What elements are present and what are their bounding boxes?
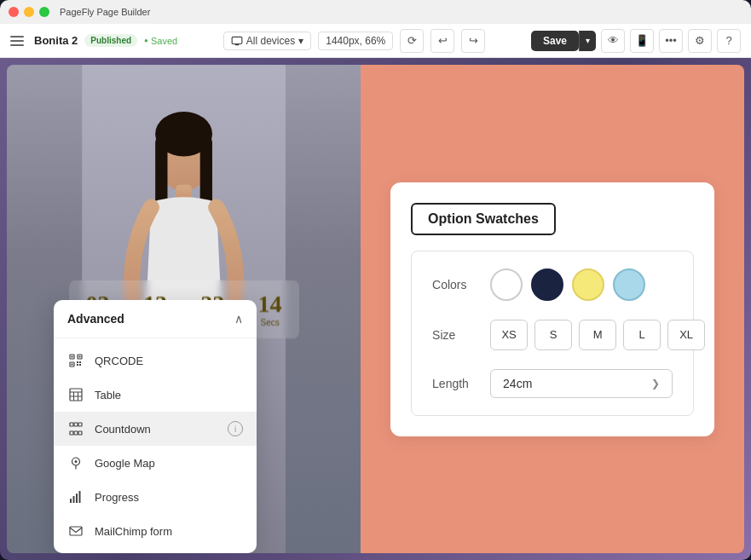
save-dropdown-button[interactable]: ▾	[579, 31, 596, 51]
redo-icon[interactable]: ↪	[461, 29, 485, 53]
size-xs[interactable]: XS	[490, 320, 528, 350]
page-right-panel: Option Swatches Colors	[361, 65, 744, 553]
mobile-icon[interactable]: 📱	[630, 29, 654, 53]
google-map-label: Google Map	[95, 457, 243, 470]
save-group: Save ▾	[531, 31, 596, 51]
svg-rect-32	[76, 494, 78, 503]
size-s[interactable]: S	[534, 320, 572, 350]
advanced-item-mailchimp[interactable]: MailChimp form	[54, 514, 257, 548]
countdown-item-label: Countdown	[95, 423, 217, 436]
table-label: Table	[95, 389, 243, 401]
qrcode-label: QRCODE	[95, 355, 243, 367]
colors-label: Colors	[432, 278, 477, 292]
color-swatch-yellow[interactable]	[572, 268, 604, 301]
svg-rect-17	[70, 389, 82, 401]
color-swatches	[490, 268, 645, 301]
advanced-item-qrcode[interactable]: QRCODE	[54, 344, 257, 378]
swatches-card: Option Swatches Colors	[390, 182, 714, 436]
save-button[interactable]: Save	[531, 31, 579, 51]
svg-rect-0	[232, 37, 242, 43]
main-canvas: 03 Days : 13 Hours : 22 Mins	[0, 58, 751, 560]
size-l[interactable]: L	[623, 320, 661, 350]
help-icon[interactable]: ?	[717, 29, 741, 53]
advanced-item-table[interactable]: Table	[54, 378, 257, 412]
advanced-title: Advanced	[67, 312, 124, 326]
device-label: All devices	[246, 35, 295, 47]
device-selector[interactable]: All devices ▾	[223, 32, 311, 50]
advanced-item-countdown[interactable]: Countdown i	[54, 412, 257, 446]
svg-rect-25	[70, 431, 73, 435]
minimize-button[interactable]	[24, 7, 34, 17]
length-value: 24cm	[503, 377, 532, 390]
color-swatch-navy[interactable]	[531, 268, 563, 301]
svg-rect-27	[78, 431, 82, 435]
svg-rect-24	[78, 423, 82, 426]
sidebar-toggle-button[interactable]	[10, 32, 27, 49]
progress-label: Progress	[95, 491, 243, 504]
toolbar-right: Save ▾ 👁 📱 ••• ⚙ ?	[531, 29, 741, 53]
close-button[interactable]	[9, 7, 19, 17]
svg-rect-31	[73, 496, 75, 503]
more-options-icon[interactable]: •••	[659, 29, 683, 53]
size-row: Size XS S M L XL	[432, 320, 673, 350]
toolbar-center: All devices ▾ 1440px, 66% ⟳ ↩ ↪	[186, 29, 523, 53]
svg-rect-15	[77, 364, 78, 366]
advanced-item-google-map[interactable]: Google Map	[54, 446, 257, 480]
mail-icon	[67, 522, 84, 540]
svg-rect-22	[70, 423, 73, 426]
size-xl[interactable]: XL	[667, 320, 705, 350]
title-bar: PageFly Page Builder	[0, 0, 751, 24]
canvas-wrapper: 03 Days : 13 Hours : 22 Mins	[7, 65, 744, 553]
canvas-background: 03 Days : 13 Hours : 22 Mins	[0, 58, 751, 560]
color-swatch-blue[interactable]	[613, 268, 645, 301]
toolbar: Bonita 2 Published Saved All devices ▾ 1…	[0, 24, 751, 58]
eye-icon[interactable]: 👁	[601, 29, 625, 53]
svg-rect-23	[74, 423, 78, 426]
settings-icon[interactable]: ⚙	[688, 29, 712, 53]
saved-badge: Saved	[144, 36, 177, 46]
svg-point-29	[75, 460, 78, 463]
svg-rect-16	[79, 364, 81, 366]
countdown-icon	[67, 420, 84, 437]
advanced-item-progress[interactable]: Progress	[54, 480, 257, 514]
countdown-secs: 14 Secs	[258, 292, 282, 326]
length-chevron-icon: ❯	[651, 378, 660, 390]
countdown-info-icon[interactable]: i	[228, 421, 243, 436]
length-label: Length	[432, 377, 477, 390]
length-select[interactable]: 24cm ❯	[490, 369, 673, 398]
mailchimp-label: MailChimp form	[95, 525, 243, 538]
size-label: Size	[432, 328, 477, 342]
size-options: XS S M L XL	[490, 320, 705, 350]
window-title: PageFly Page Builder	[60, 7, 150, 17]
advanced-header: Advanced ∧	[54, 300, 257, 338]
page-name: Bonita 2	[34, 34, 78, 47]
countdown-secs-value: 14	[258, 292, 282, 315]
refresh-icon[interactable]: ⟳	[400, 29, 424, 53]
svg-rect-30	[70, 499, 72, 503]
swatches-inner: Colors Size	[411, 251, 694, 416]
device-chevron-icon: ▾	[298, 35, 303, 47]
qr-icon	[67, 352, 84, 369]
undo-icon[interactable]: ↩	[430, 29, 454, 53]
swatches-title: Option Swatches	[411, 203, 556, 235]
progress-icon	[67, 488, 84, 505]
svg-rect-12	[72, 364, 73, 366]
advanced-panel: Advanced ∧	[54, 300, 257, 553]
svg-rect-26	[74, 431, 78, 435]
svg-rect-33	[79, 491, 81, 503]
svg-rect-10	[79, 356, 81, 358]
advanced-items-list: QRCODE	[54, 338, 257, 553]
map-icon	[67, 454, 84, 471]
svg-rect-8	[72, 356, 73, 358]
svg-rect-13	[77, 361, 78, 363]
colors-row: Colors	[432, 268, 673, 301]
maximize-button[interactable]	[39, 7, 49, 17]
advanced-collapse-icon[interactable]: ∧	[234, 312, 243, 326]
size-m[interactable]: M	[579, 320, 616, 350]
published-badge: Published	[84, 34, 137, 47]
table-icon	[67, 386, 84, 403]
svg-rect-14	[79, 361, 81, 363]
color-swatch-white[interactable]	[490, 268, 523, 301]
svg-rect-34	[70, 527, 82, 535]
zoom-level: 1440px, 66%	[318, 32, 393, 50]
